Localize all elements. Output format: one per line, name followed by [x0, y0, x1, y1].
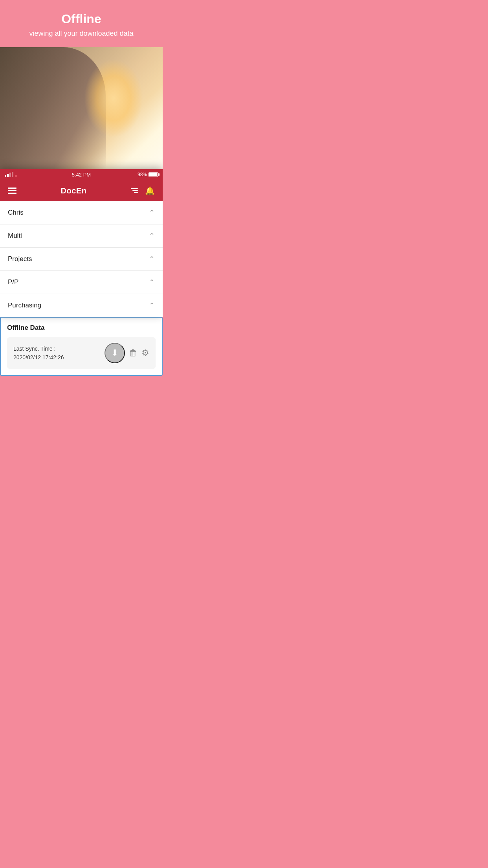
trash-button[interactable]: 🗑	[129, 348, 138, 358]
chevron-up-icon-chris: ⌃	[149, 208, 155, 217]
chevron-up-icon-purchasing: ⌃	[149, 301, 155, 310]
trash-icon: 🗑	[129, 348, 138, 358]
sync-actions: ⬇ 🗑 ⚙	[105, 343, 149, 363]
header-right-icons: 🔔	[130, 185, 156, 196]
filter-button[interactable]	[130, 188, 139, 194]
offline-title: Offline	[8, 12, 155, 26]
list-item-chris[interactable]: Chris ⌃	[0, 201, 163, 224]
list-item-label-chris: Chris	[8, 209, 24, 217]
list-item-label-pp: P/P	[8, 278, 18, 286]
hero-image	[0, 47, 163, 169]
sync-label: Last Sync. Time :	[13, 346, 55, 352]
sync-time: 2020/02/12 17:42:26	[13, 354, 64, 360]
app-header: DocEn 🔔	[0, 180, 163, 201]
status-time: 5:42 PM	[72, 172, 91, 178]
signal-indicator	[5, 172, 17, 177]
battery-area: 98%	[138, 172, 158, 177]
hamburger-icon	[8, 188, 17, 194]
app-title: DocEn	[61, 186, 87, 195]
list-item-pp[interactable]: P/P ⌃	[0, 271, 163, 294]
filter-icon	[131, 188, 138, 193]
battery-percent: 98%	[138, 172, 147, 177]
list-item-multi[interactable]: Multi ⌃	[0, 224, 163, 248]
status-bar: 5:42 PM 98%	[0, 169, 163, 180]
gear-icon: ⚙	[141, 348, 149, 358]
list-item-label-multi: Multi	[8, 232, 22, 240]
list-item-label-projects: Projects	[8, 255, 32, 263]
list-item-projects[interactable]: Projects ⌃	[0, 248, 163, 271]
sync-text: Last Sync. Time : 2020/02/12 17:42:26	[13, 344, 64, 362]
menu-button[interactable]	[7, 187, 17, 195]
download-button[interactable]: ⬇	[105, 343, 125, 363]
signal-dot	[15, 175, 17, 177]
phone-frame: 5:42 PM 98% DocEn	[0, 169, 163, 317]
chevron-up-icon-projects: ⌃	[149, 255, 155, 263]
bell-icon: 🔔	[145, 186, 155, 195]
battery-fill	[149, 173, 157, 176]
chevron-up-icon-pp: ⌃	[149, 278, 155, 287]
list-section: Chris ⌃ Multi ⌃ Projects ⌃ P/P ⌃ Purchas…	[0, 201, 163, 317]
battery-icon	[149, 172, 158, 177]
download-icon: ⬇	[111, 348, 118, 358]
offline-data-panel: Offline Data Last Sync. Time : 2020/02/1…	[0, 317, 163, 376]
bell-button[interactable]: 🔔	[144, 185, 156, 196]
offline-subtitle: viewing all your downloaded data	[8, 29, 155, 38]
settings-button[interactable]: ⚙	[141, 348, 149, 358]
list-item-label-purchasing: Purchasing	[8, 302, 41, 309]
offline-data-title: Offline Data	[7, 324, 156, 332]
chevron-up-icon-multi: ⌃	[149, 232, 155, 240]
sync-row: Last Sync. Time : 2020/02/12 17:42:26 ⬇ …	[7, 337, 156, 369]
list-item-purchasing[interactable]: Purchasing ⌃	[0, 294, 163, 317]
top-banner: Offline viewing all your downloaded data	[0, 0, 163, 47]
